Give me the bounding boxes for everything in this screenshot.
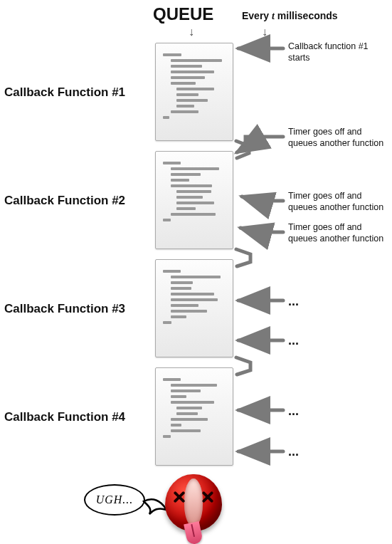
callback-label-1: Callback Function #1 xyxy=(4,85,125,100)
speech-bubble: UGH... xyxy=(84,484,145,516)
ellipsis-icon: ... xyxy=(288,333,299,348)
heading-queue: QUEUE xyxy=(153,4,213,24)
every-suffix: milliseconds xyxy=(275,10,338,21)
heading-every-t-ms: Every t milliseconds xyxy=(242,10,338,22)
annotation-cb1-starts: Callback function #1starts xyxy=(288,41,369,63)
callback-label-2: Callback Function #2 xyxy=(4,194,125,208)
callback-label-3: Callback Function #3 xyxy=(4,302,125,316)
ellipsis-icon: ... xyxy=(288,294,299,309)
opera-browser-dead-icon xyxy=(165,474,222,531)
down-arrow-icon: ↓ xyxy=(262,26,267,38)
annotation-timer-2: Timer goes off andqueues another functio… xyxy=(288,191,383,213)
code-document-2 xyxy=(155,151,233,249)
annotation-timer-3: Timer goes off andqueues another functio… xyxy=(288,222,383,244)
code-document-3 xyxy=(155,259,233,357)
callback-label-4: Callback Function #4 xyxy=(4,410,125,424)
every-prefix: Every xyxy=(242,10,272,21)
annotation-timer-1: Timer goes off andqueues another functio… xyxy=(288,127,383,149)
ellipsis-icon: ... xyxy=(288,444,299,459)
down-arrow-icon: ↓ xyxy=(189,26,194,38)
speech-bubble-text: UGH... xyxy=(96,493,134,506)
code-document-1 xyxy=(155,43,233,141)
ellipsis-icon: ... xyxy=(288,404,299,419)
code-document-4 xyxy=(155,367,233,466)
